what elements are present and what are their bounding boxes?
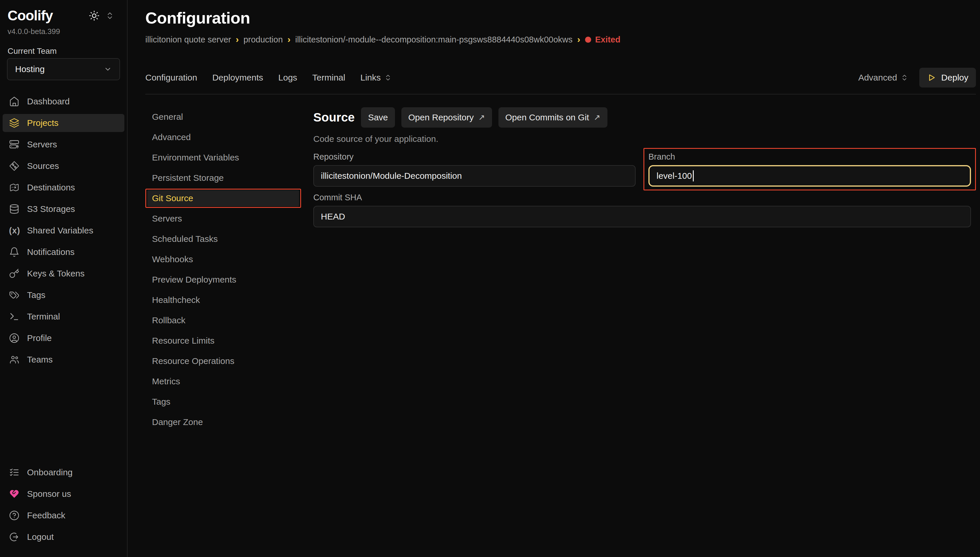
subnav-item-metrics[interactable]: Metrics bbox=[147, 373, 299, 389]
current-team-label: Current Team bbox=[0, 47, 127, 56]
server-icon bbox=[9, 139, 20, 150]
tab-terminal[interactable]: Terminal bbox=[312, 73, 345, 83]
open-commits-button[interactable]: Open Commits on Git ↗ bbox=[499, 107, 608, 128]
commit-sha-field-group: Commit SHA HEAD bbox=[308, 189, 976, 231]
sidebar-item-sources[interactable]: Sources bbox=[3, 157, 124, 175]
users-icon bbox=[9, 354, 20, 365]
app-logo: Coolify bbox=[8, 8, 53, 24]
deploy-label: Deploy bbox=[941, 73, 969, 83]
sidebar-item-dashboard[interactable]: Dashboard bbox=[3, 93, 124, 111]
branch-input[interactable]: level-100 bbox=[648, 165, 971, 187]
header-actions: Advanced Deploy bbox=[858, 68, 976, 88]
tab-configuration[interactable]: Configuration bbox=[145, 73, 197, 83]
sidebar-spacer bbox=[0, 372, 127, 451]
repository-label: Repository bbox=[313, 152, 635, 162]
sidebar-item-onboarding[interactable]: Onboarding bbox=[3, 463, 124, 481]
subnav-item-webhooks[interactable]: Webhooks bbox=[147, 251, 299, 267]
sidebar-item-terminal[interactable]: Terminal bbox=[3, 308, 124, 326]
heart-hands-icon bbox=[9, 489, 20, 499]
open-commits-label: Open Commits on Git bbox=[505, 112, 589, 122]
sidebar-item-sponsor-us[interactable]: Sponsor us bbox=[3, 485, 124, 503]
sidebar-item-tags[interactable]: Tags bbox=[3, 286, 124, 304]
subnav-item-resource-operations[interactable]: Resource Operations bbox=[147, 353, 299, 369]
theme-toggle-sun-icon[interactable] bbox=[89, 10, 100, 21]
sidebar-item-teams[interactable]: Teams bbox=[3, 350, 124, 369]
source-description: Code source of your application. bbox=[313, 134, 976, 144]
user-circle-icon bbox=[9, 333, 20, 343]
save-button[interactable]: Save bbox=[361, 107, 395, 128]
subnav-item-persistent-storage[interactable]: Persistent Storage bbox=[147, 170, 299, 186]
coolify-app: Coolify v4.0.0-beta.399 Current Team Hos… bbox=[0, 0, 980, 557]
sidebar-item-label: Teams bbox=[27, 355, 53, 365]
breadcrumb: illicitonion quote server › production ›… bbox=[145, 35, 976, 44]
tab-links[interactable]: Links bbox=[361, 73, 392, 83]
terminal-icon bbox=[9, 311, 20, 322]
tab-deployments[interactable]: Deployments bbox=[212, 73, 263, 83]
subnav-item-advanced[interactable]: Advanced bbox=[147, 129, 299, 145]
deploy-button[interactable]: Deploy bbox=[919, 68, 976, 88]
layers-icon bbox=[9, 118, 20, 128]
commit-sha-label: Commit SHA bbox=[313, 192, 971, 202]
breadcrumb-item-environment[interactable]: production bbox=[244, 35, 283, 44]
subnav-item-scheduled-tasks[interactable]: Scheduled Tasks bbox=[147, 231, 299, 247]
open-repository-button[interactable]: Open Repository ↗ bbox=[401, 107, 492, 128]
sidebar-item-label: Notifications bbox=[27, 247, 75, 257]
sidebar-item-label: Logout bbox=[27, 532, 54, 542]
breadcrumb-item-application[interactable]: illicitestonion/-module--decomposition:m… bbox=[295, 35, 572, 44]
breadcrumb-chevron-icon: › bbox=[288, 34, 291, 44]
breadcrumb-item-project[interactable]: illicitonion quote server bbox=[145, 35, 231, 44]
team-select[interactable]: Hosting bbox=[7, 58, 120, 80]
repository-field-group: Repository illicitestonion/Module-Decomp… bbox=[308, 148, 640, 191]
open-repository-label: Open Repository bbox=[408, 112, 474, 122]
sidebar-item-label: Shared Variables bbox=[27, 226, 93, 236]
sidebar-item-notifications[interactable]: Notifications bbox=[3, 243, 124, 261]
git-source-form: Source Save Open Repository ↗ Open Commi… bbox=[313, 107, 976, 231]
sidebar-item-label: Servers bbox=[27, 140, 57, 150]
tabs-row: Configuration Deployments Logs Terminal … bbox=[145, 68, 976, 94]
subnav-item-preview-deployments[interactable]: Preview Deployments bbox=[147, 272, 299, 288]
sidebar-item-label: Terminal bbox=[27, 312, 60, 321]
sidebar-item-label: Onboarding bbox=[27, 467, 73, 477]
sidebar-collapse-chevrons-icon[interactable] bbox=[106, 11, 114, 20]
sidebar-item-servers[interactable]: Servers bbox=[3, 135, 124, 153]
subnav-item-healthcheck[interactable]: Healthcheck bbox=[147, 292, 299, 308]
tab-logs[interactable]: Logs bbox=[278, 73, 297, 83]
subnav-item-general[interactable]: General bbox=[147, 109, 299, 125]
sidebar-item-s3-storages[interactable]: S3 Storages bbox=[3, 200, 124, 218]
page-title: Configuration bbox=[145, 9, 976, 27]
subnav-item-git-source[interactable]: Git Source bbox=[147, 190, 299, 207]
sidebar-item-label: Dashboard bbox=[27, 96, 70, 106]
main-content: Configuration illicitonion quote server … bbox=[128, 0, 980, 557]
sidebar-item-logout[interactable]: Logout bbox=[3, 528, 124, 546]
sidebar-item-label: Keys & Tokens bbox=[27, 269, 85, 278]
sidebar-item-feedback[interactable]: Feedback bbox=[3, 507, 124, 524]
repository-input[interactable]: illicitestonion/Module-Decomposition bbox=[313, 165, 635, 187]
subnav-item-resource-limits[interactable]: Resource Limits bbox=[147, 332, 299, 349]
checklist-icon bbox=[9, 467, 20, 478]
external-link-icon: ↗ bbox=[594, 113, 600, 122]
subnav-item-rollback[interactable]: Rollback bbox=[147, 312, 299, 329]
advanced-dropdown[interactable]: Advanced bbox=[858, 73, 908, 83]
subnav-item-environment-variables[interactable]: Environment Variables bbox=[147, 150, 299, 166]
sidebar-item-label: Projects bbox=[27, 118, 59, 128]
sidebar-item-profile[interactable]: Profile bbox=[3, 329, 124, 347]
sidebar-item-label: Tags bbox=[27, 290, 46, 300]
status-dot-icon bbox=[585, 37, 591, 43]
logo-icons bbox=[89, 10, 114, 21]
commit-sha-input[interactable]: HEAD bbox=[313, 206, 971, 227]
git-diamond-icon bbox=[9, 161, 20, 171]
subnav-item-tags[interactable]: Tags bbox=[147, 394, 299, 410]
help-circle-icon bbox=[9, 510, 20, 521]
sidebar-footer-nav: Onboarding Sponsor us Feedback Logout bbox=[0, 463, 127, 549]
breadcrumb-chevron-icon: › bbox=[236, 34, 239, 44]
sidebar-item-projects[interactable]: Projects bbox=[3, 114, 124, 132]
play-icon bbox=[927, 73, 936, 82]
sidebar-item-destinations[interactable]: Destinations bbox=[3, 179, 124, 197]
sidebar-item-keys-tokens[interactable]: Keys & Tokens bbox=[3, 265, 124, 283]
subnav-item-danger-zone[interactable]: Danger Zone bbox=[147, 414, 299, 430]
subnav-item-servers[interactable]: Servers bbox=[147, 210, 299, 227]
branch-value: level-100 bbox=[657, 171, 692, 181]
logo-row: Coolify bbox=[0, 8, 127, 24]
repository-value: illicitestonion/Module-Decomposition bbox=[321, 171, 462, 181]
sidebar-item-shared-variables[interactable]: (x) Shared Variables bbox=[3, 221, 124, 239]
